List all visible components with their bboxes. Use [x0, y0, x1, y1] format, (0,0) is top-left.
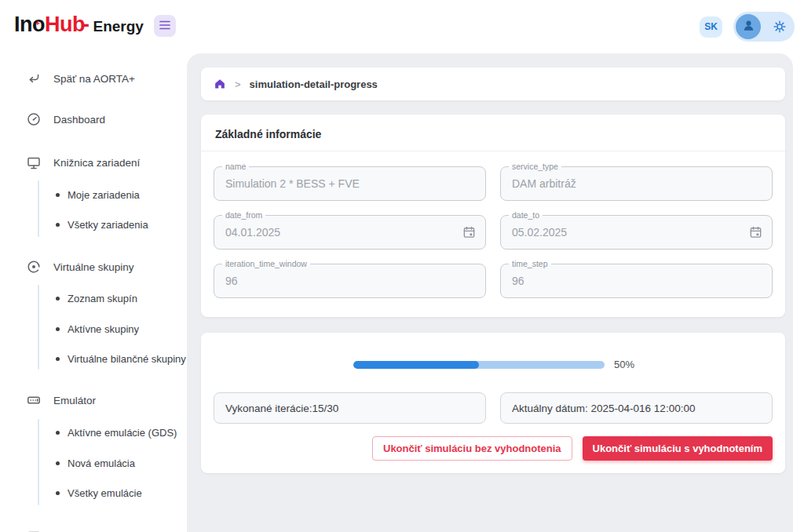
- sidebar-subitem-label: Nová emulácia: [68, 457, 135, 469]
- field-value: 96: [225, 275, 238, 287]
- sidebar-item-active-emulations[interactable]: Aktívne emulácie (GDS): [0, 424, 187, 441]
- dashboard-icon: [26, 111, 42, 127]
- progress-card: 50% Vykonané iterácie:15/30 Aktuálny dát…: [201, 333, 785, 473]
- sidebar-item-device-library[interactable]: Knižnica zariadení: [0, 153, 187, 172]
- progress-row: 50%: [353, 359, 634, 370]
- breadcrumb: > simulation-detail-progress: [201, 67, 785, 100]
- field-value: 04.01.2025: [225, 226, 280, 239]
- sidebar-subitem-label: Všetky zariadenia: [68, 219, 148, 231]
- iterations-box: Vykonané iterácie:15/30: [214, 392, 486, 424]
- action-buttons: Ukončiť simuláciu bez vyhodnotenia Ukonč…: [372, 436, 773, 461]
- groups-icon: [26, 259, 42, 275]
- locale-badge[interactable]: SK: [700, 16, 722, 38]
- bullet-icon: [56, 357, 60, 361]
- sidebar-subitem-label: Virtuálne bilančné skupiny: [68, 353, 186, 365]
- sidebar-subitem-label: Zoznam skupín: [68, 293, 137, 304]
- sidebar-item-new-emulation[interactable]: Nová emulácia: [0, 454, 187, 472]
- sidebar-item-back-to-aorta[interactable]: Späť na AORTA+: [0, 69, 187, 88]
- bullet-icon: [56, 431, 60, 435]
- field-label: service_type: [509, 162, 561, 171]
- bullet-icon: [56, 491, 60, 495]
- logo-dash: -: [82, 13, 90, 36]
- sidebar-item-group-list[interactable]: Zoznam skupín: [0, 290, 187, 307]
- sidebar-item-all-emulations[interactable]: Všetky emulácie: [0, 484, 187, 501]
- sidebar-subitem-label: Moje zariadenia: [68, 189, 140, 201]
- current-date-box: Aktuálny dátum: 2025-04-016 12:00:00: [500, 392, 773, 424]
- field-iteration-time-window[interactable]: iteration_time_window 96: [214, 264, 486, 298]
- sidebar-item-virtual-groups[interactable]: Virtuálne skupiny: [0, 257, 187, 276]
- home-icon[interactable]: [214, 78, 226, 90]
- field-label: time_step: [509, 260, 551, 268]
- simulator-icon: [26, 529, 42, 532]
- breadcrumb-current: simulation-detail-progress: [250, 78, 378, 90]
- basic-info-card: Základné informácie name Simulation 2 * …: [201, 115, 785, 317]
- field-value: 05.02.2025: [512, 226, 567, 239]
- app-root: Ino+Hub-Energy SK: [0, 0, 804, 532]
- field-date-from[interactable]: date_from 04.01.2025: [214, 215, 486, 250]
- sidebar-item-active-groups[interactable]: Aktívne skupiny: [0, 320, 187, 337]
- account-pill[interactable]: [733, 12, 795, 42]
- main-panel: > simulation-detail-progress Základné in…: [187, 53, 793, 532]
- menu-toggle-button[interactable]: [154, 15, 176, 37]
- bullet-icon: [56, 461, 60, 465]
- progress-percent-label: 50%: [614, 359, 634, 370]
- return-icon: [26, 71, 42, 86]
- sidebar-item-label: Dashboard: [53, 114, 105, 126]
- sidebar-item-virtual-balance-groups[interactable]: Virtuálne bilančné skupiny: [0, 350, 187, 367]
- end-simulation-with-evaluation-button[interactable]: Ukončiť simuláciu s vyhodnotením: [583, 436, 773, 461]
- logo-text-in: In: [14, 13, 32, 36]
- avatar[interactable]: [736, 14, 761, 39]
- breadcrumb-separator: >: [235, 78, 241, 90]
- person-icon: [741, 18, 756, 36]
- logo-text-energy: Energy: [93, 18, 143, 35]
- field-label: name: [222, 162, 249, 171]
- sidebar: Späť na AORTA+ Dashboard Knižnica zariad…: [0, 53, 187, 532]
- card-title: Základné informácie: [201, 115, 785, 151]
- sidebar-subitem-label: Všetky emulácie: [68, 487, 142, 499]
- sidebar-item-label: Späť na AORTA+: [53, 73, 135, 85]
- progress-bar: [353, 361, 605, 369]
- field-value: Simulation 2 * BESS + FVE: [225, 177, 360, 190]
- field-service-type[interactable]: service_type DAM arbitráž: [500, 166, 773, 201]
- bullet-icon: [56, 223, 60, 227]
- field-label: iteration_time_window: [222, 260, 310, 268]
- sidebar-item-my-devices[interactable]: Moje zariadenia: [0, 186, 187, 203]
- sidebar-item-label: Virtuálne skupiny: [53, 261, 134, 273]
- logo-text-hub: Hub: [45, 13, 85, 36]
- sidebar-item-all-devices[interactable]: Všetky zariadenia: [0, 216, 187, 233]
- bullet-icon: [56, 193, 60, 197]
- monitor-icon: [26, 155, 42, 170]
- bullet-icon: [56, 327, 60, 331]
- sidebar-subitem-label: Aktívne emulácie (GDS): [68, 427, 177, 439]
- hamburger-icon: [159, 20, 171, 33]
- field-date-to[interactable]: date_to 05.02.2025: [500, 215, 773, 250]
- emulator-icon: [26, 392, 42, 408]
- settings-icon[interactable]: [772, 19, 788, 35]
- sidebar-item-emulator[interactable]: Emulátor: [0, 391, 187, 410]
- fields-grid: name Simulation 2 * BESS + FVE service_t…: [201, 151, 785, 313]
- sidebar-subitem-label: Aktívne skupiny: [68, 323, 139, 335]
- field-name[interactable]: name Simulation 2 * BESS + FVE: [214, 166, 486, 201]
- header: Ino+Hub-Energy SK: [0, 0, 804, 53]
- calendar-icon[interactable]: [462, 225, 477, 240]
- field-time-step[interactable]: time_step 96: [500, 264, 773, 298]
- end-simulation-without-evaluation-button[interactable]: Ukončiť simuláciu bez vyhodnotenia: [372, 436, 572, 461]
- progress-details: Vykonané iterácie:15/30 Aktuálny dátum: …: [214, 392, 773, 424]
- logo-plus: +: [35, 19, 39, 27]
- field-label: date_to: [509, 211, 543, 220]
- app-logo: Ino+Hub-Energy: [14, 13, 144, 37]
- bullet-icon: [56, 297, 60, 301]
- field-value: 96: [512, 275, 524, 287]
- sidebar-item-label: Emulátor: [53, 395, 96, 406]
- sidebar-item-label: Knižnica zariadení: [53, 157, 140, 169]
- sidebar-item-simulator[interactable]: Simulátor: [0, 527, 187, 532]
- field-label: date_from: [222, 211, 265, 220]
- header-actions: SK: [700, 0, 795, 53]
- progress-fill: [353, 361, 479, 369]
- field-value: DAM arbitráž: [512, 177, 576, 190]
- sidebar-item-dashboard[interactable]: Dashboard: [0, 110, 187, 129]
- calendar-icon[interactable]: [748, 225, 763, 240]
